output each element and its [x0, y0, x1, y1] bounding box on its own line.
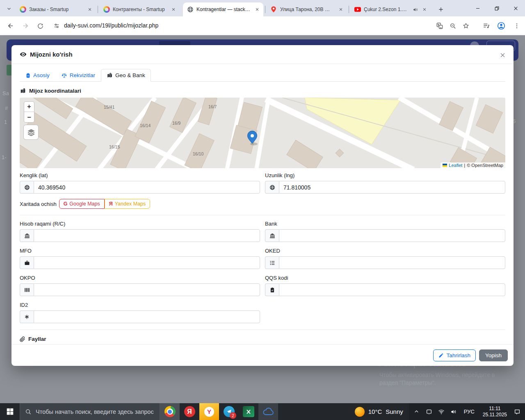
taskbar-excel[interactable]: [239, 403, 258, 420]
forward-button[interactable]: [20, 20, 31, 32]
tab-close-icon[interactable]: [170, 6, 177, 13]
taskbar-telegram[interactable]: 2: [219, 403, 239, 420]
language-indicator[interactable]: РУС: [461, 409, 478, 415]
modal-close-button[interactable]: [498, 50, 507, 59]
site-info-icon[interactable]: [51, 20, 62, 32]
media-controls-icon[interactable]: [481, 20, 492, 32]
taskbar-clock[interactable]: 11:11 25.11.2025: [479, 406, 510, 418]
barcode-icon: [20, 283, 34, 296]
tab-yandex-maps[interactable]: Улица Тарона, 20В — Ян: [267, 2, 347, 16]
modal-header: Mijozni ko'rish: [11, 45, 514, 64]
map-label: 16/9: [172, 121, 181, 126]
leaflet-map[interactable]: 15/41 16/14 16/9 16/15 16/7 16/10 + −: [20, 98, 505, 168]
clock-date: 25.11.2025: [483, 412, 507, 418]
map-tiles: 15/41 16/14 16/9 16/15 16/7 16/10: [20, 98, 505, 168]
zoom-icon[interactable]: [447, 20, 459, 32]
tab-rekvizitlar[interactable]: Rekvizitlar: [55, 69, 101, 82]
background-text-fragment: Sa: [2, 90, 9, 96]
close-icon: [500, 52, 506, 58]
client-view-modal: Mijozni ko'rish Asosiy Rekvizitlar Geo &…: [11, 45, 514, 366]
close-modal-button[interactable]: Yopish: [479, 349, 508, 361]
google-g-icon: G: [64, 201, 68, 207]
bank-input[interactable]: [279, 229, 505, 242]
url-field[interactable]: daily-suvi.com/19l/public/mijozlar.php: [64, 22, 158, 29]
taskbar-yandex[interactable]: Я: [180, 403, 199, 420]
reload-button[interactable]: [34, 20, 46, 32]
field-label: OKED: [265, 248, 505, 254]
id2-input[interactable]: [34, 310, 260, 323]
bookmark-star-icon[interactable]: [460, 20, 472, 32]
mfo-input[interactable]: [34, 256, 260, 269]
tray-wifi-icon[interactable]: [436, 406, 447, 418]
sun-icon: [355, 407, 365, 417]
map-label: 15/41: [104, 105, 114, 110]
briefcase-icon: [20, 256, 34, 269]
tab-search-button[interactable]: [4, 4, 14, 14]
field-hisob-raqami: Hisob raqami (R/C): [20, 221, 260, 242]
google-maps-button[interactable]: G Google Maps: [59, 199, 105, 209]
tab-title: Контрагенты - Smartup: [113, 7, 167, 12]
tab-close-icon[interactable]: [337, 6, 345, 13]
tab-geo-bank[interactable]: Geo & Bank: [101, 69, 151, 82]
tab-close-icon[interactable]: [86, 6, 94, 13]
lat-input[interactable]: [34, 181, 260, 194]
zoom-in-button[interactable]: +: [24, 102, 34, 112]
tab-label: Rekvizitlar: [70, 72, 95, 78]
start-button[interactable]: [0, 403, 20, 420]
notification-center-icon[interactable]: [512, 406, 523, 418]
field-id2: ID2: [20, 302, 260, 323]
map-label: 16/14: [140, 123, 151, 128]
tray-chevron-up-icon[interactable]: [411, 406, 422, 418]
bank-icon: [265, 229, 279, 242]
taskbar-weather[interactable]: 10°C Sunny: [349, 403, 409, 420]
tab-youtube[interactable]: Çukur 2.Sezon 1.Bölü: [350, 2, 431, 16]
taskbar-cloud-app[interactable]: [258, 403, 278, 420]
tab-audio-icon[interactable]: [413, 7, 418, 12]
tray-volume-icon[interactable]: [448, 406, 459, 418]
yandex-maps-button[interactable]: Я Yandex Maps: [105, 199, 151, 209]
open-in-maps-label: Xaritada ochish: [20, 201, 57, 207]
hisob-raqami-input[interactable]: [34, 229, 260, 242]
close-window-button[interactable]: [506, 0, 525, 16]
taskbar-chrome[interactable]: [160, 403, 180, 420]
profile-avatar-icon[interactable]: [495, 20, 507, 32]
oked-input[interactable]: [279, 256, 505, 269]
field-okpo: OKPO: [20, 275, 260, 296]
new-tab-button[interactable]: [436, 4, 446, 15]
tab-close-icon[interactable]: [421, 6, 428, 13]
taskbar-yandex-browser[interactable]: Y: [199, 403, 219, 420]
system-tray: РУС 11:11 25.11.2025: [409, 403, 525, 420]
map-icon: [20, 88, 26, 94]
globe-icon: [20, 181, 34, 194]
map-zoom-control: + −: [24, 101, 34, 123]
tab-kontragenty[interactable]: Контрагенты - Smartup: [99, 2, 180, 16]
map-layers-control[interactable]: [23, 125, 39, 140]
osm-attribution[interactable]: © OpenStreetMap: [467, 163, 503, 168]
yandex-icon: Я: [184, 406, 195, 417]
lng-input[interactable]: [279, 181, 505, 194]
tray-tablet-icon[interactable]: [424, 406, 434, 418]
tab-zakazy[interactable]: Заказы - Smartup: [16, 2, 96, 16]
minimize-button[interactable]: [468, 0, 487, 16]
tab-kontragentlar-active[interactable]: Kontragentlar — stacked: [183, 2, 263, 16]
back-button[interactable]: [5, 20, 16, 32]
restore-button[interactable]: [487, 0, 506, 16]
leaflet-link[interactable]: Leaflet: [449, 163, 462, 168]
tab-close-icon[interactable]: [253, 6, 261, 13]
globe-favicon: [187, 6, 194, 13]
map-label: 16/15: [109, 144, 120, 149]
coordinates-section-heading: Mijoz koordinatalari: [20, 88, 505, 94]
okpo-input[interactable]: [34, 283, 260, 296]
browser-menu-icon[interactable]: [511, 20, 523, 32]
tab-label: Geo & Bank: [115, 72, 145, 78]
modal-body: Asosiy Rekvizitlar Geo & Bank Mijoz koor…: [11, 64, 514, 342]
lat-label: Kenglik (lat): [20, 172, 260, 178]
background-text-fragment: #: [5, 105, 8, 111]
map-pin-favicon: [271, 6, 277, 13]
qqs-kodi-input[interactable]: [279, 283, 505, 296]
zoom-out-button[interactable]: −: [24, 112, 34, 122]
edit-button[interactable]: Tahrirlash: [433, 349, 476, 361]
taskbar-search-box[interactable]: Чтобы начать поиск, введите здесь запрос: [20, 403, 160, 420]
translate-icon[interactable]: [434, 20, 445, 32]
tab-asosiy[interactable]: Asosiy: [20, 69, 55, 82]
